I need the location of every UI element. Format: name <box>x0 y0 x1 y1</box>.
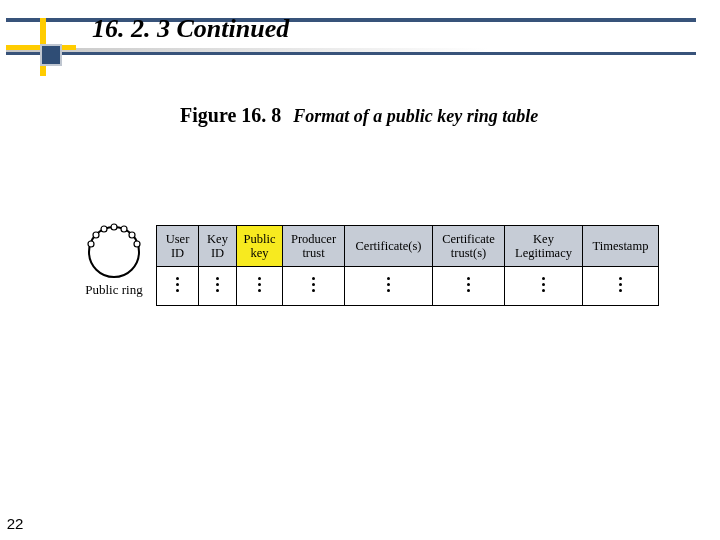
th-certificates: Certificate(s) <box>345 226 433 267</box>
svg-point-1 <box>111 224 117 230</box>
th-cert-trust: Certificatetrust(s) <box>433 226 505 267</box>
svg-point-2 <box>121 226 127 232</box>
cell-ellipsis <box>505 267 583 306</box>
th-producer-trust: Producertrust <box>283 226 345 267</box>
cell-ellipsis <box>199 267 237 306</box>
th-key-id: KeyID <box>199 226 237 267</box>
svg-point-3 <box>129 232 135 238</box>
section-title: 16. 2. 3 Continued <box>92 14 289 44</box>
th-timestamp: Timestamp <box>583 226 659 267</box>
cell-ellipsis <box>433 267 505 306</box>
svg-point-5 <box>101 226 107 232</box>
header-bullet <box>42 46 60 64</box>
public-ring-label: Public ring <box>78 282 150 298</box>
table-row <box>157 267 659 306</box>
figure-label: Figure 16. 8 <box>180 104 281 126</box>
ring-icon <box>80 222 148 280</box>
svg-point-4 <box>134 241 140 247</box>
cell-ellipsis <box>283 267 345 306</box>
cell-ellipsis <box>583 267 659 306</box>
cell-ellipsis <box>345 267 433 306</box>
page-number: 22 <box>0 515 30 532</box>
svg-point-7 <box>88 241 94 247</box>
table-header-row: UserID KeyID Publickey Producertrust Cer… <box>157 226 659 267</box>
public-key-ring-table: UserID KeyID Publickey Producertrust Cer… <box>156 225 659 306</box>
cell-ellipsis <box>237 267 283 306</box>
figure-caption: Figure 16. 8 Format of a public key ring… <box>180 104 538 127</box>
svg-point-6 <box>93 232 99 238</box>
th-public-key: Publickey <box>237 226 283 267</box>
th-key-legitimacy: KeyLegitimacy <box>505 226 583 267</box>
th-user-id: UserID <box>157 226 199 267</box>
figure-description: Format of a public key ring table <box>293 106 538 126</box>
public-ring-graphic: Public ring <box>78 222 150 298</box>
cell-ellipsis <box>157 267 199 306</box>
header-rule-bottom <box>6 52 696 55</box>
